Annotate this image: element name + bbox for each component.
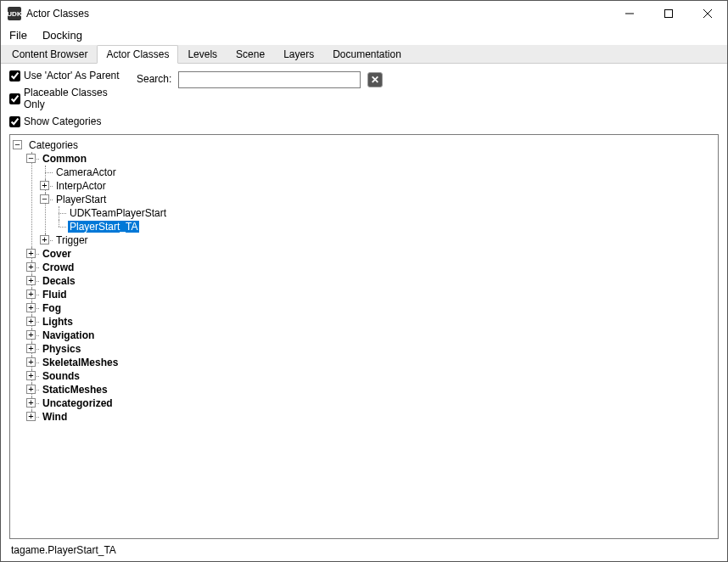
tree-node-player-start-ta[interactable]: PlayerStart_TA	[68, 221, 139, 233]
status-bar: tagame.PlayerStart_TA	[9, 539, 719, 558]
app-icon: UDK	[8, 7, 21, 20]
tree-node-lights[interactable]: Lights	[41, 316, 75, 328]
toggle-crowd[interactable]: +	[26, 262, 36, 272]
search-label: Search:	[137, 71, 171, 85]
tab-documentation[interactable]: Documentation	[323, 45, 411, 64]
tree-node-camera-actor[interactable]: CameraActor	[54, 166, 118, 178]
title-bar: UDK Actor Classes	[1, 1, 727, 26]
maximize-button[interactable]	[649, 1, 688, 26]
toggle-uncategorized[interactable]: +	[26, 398, 36, 407]
tab-scene[interactable]: Scene	[227, 45, 274, 64]
placeable-classes-only-checkbox[interactable]: Placeable Classes Only	[9, 87, 128, 110]
toggle-decals[interactable]: +	[26, 276, 36, 285]
toggle-physics[interactable]: +	[26, 344, 36, 353]
tree-node-physics[interactable]: Physics	[41, 343, 82, 355]
menu-file[interactable]: File	[6, 27, 31, 43]
tree-node-trigger[interactable]: Trigger	[54, 234, 90, 246]
toggle-static-meshes[interactable]: +	[26, 385, 36, 394]
tab-levels[interactable]: Levels	[178, 45, 227, 64]
toggle-fluid[interactable]: +	[26, 289, 36, 299]
tab-actor-classes[interactable]: Actor Classes	[97, 45, 178, 64]
toggle-lights[interactable]: +	[26, 317, 36, 326]
tree-node-fog[interactable]: Fog	[41, 302, 63, 314]
toggle-skeletal-meshes[interactable]: +	[26, 357, 36, 367]
tab-content-browser[interactable]: Content Browser	[3, 45, 97, 64]
tree-node-categories[interactable]: Categories	[27, 139, 80, 151]
tree-node-udk-team-player-start[interactable]: UDKTeamPlayerStart	[68, 207, 168, 219]
tree-node-player-start[interactable]: PlayerStart	[54, 194, 108, 205]
tree-node-uncategorized[interactable]: Uncategorized	[41, 397, 115, 409]
window-title: Actor Classes	[26, 8, 89, 20]
close-icon	[703, 9, 712, 18]
tab-layers[interactable]: Layers	[274, 45, 323, 64]
tab-bar: Content Browser Actor Classes Levels Sce…	[1, 45, 727, 64]
toggle-fog[interactable]: +	[26, 303, 36, 312]
tree-node-skeletal-meshes[interactable]: SkeletalMeshes	[41, 357, 120, 368]
tree-node-interp-actor[interactable]: InterpActor	[54, 180, 108, 192]
tree-node-decals[interactable]: Decals	[41, 275, 77, 287]
tree-node-cover[interactable]: Cover	[41, 248, 73, 260]
maximize-icon	[664, 9, 673, 18]
menu-docking[interactable]: Docking	[39, 27, 86, 43]
tree-node-fluid[interactable]: Fluid	[41, 289, 69, 301]
tree-node-sounds[interactable]: Sounds	[41, 370, 81, 382]
toggle-common[interactable]: −	[26, 154, 36, 163]
show-categories-label: Show Categories	[24, 115, 101, 127]
svg-rect-1	[665, 10, 673, 18]
toggle-navigation[interactable]: +	[26, 330, 36, 340]
toggle-wind[interactable]: +	[26, 412, 36, 421]
search-input[interactable]	[178, 71, 361, 88]
class-tree[interactable]: − Categories − Common CameraActor +	[9, 134, 719, 539]
tree-node-navigation[interactable]: Navigation	[41, 329, 96, 341]
toggle-trigger[interactable]: +	[40, 235, 49, 244]
toggle-player-start[interactable]: −	[40, 194, 49, 204]
placeable-classes-only-label: Placeable Classes Only	[24, 87, 128, 110]
tree-node-crowd[interactable]: Crowd	[41, 261, 76, 273]
show-categories-checkbox[interactable]: Show Categories	[9, 115, 128, 127]
tree-node-static-meshes[interactable]: StaticMeshes	[41, 384, 109, 396]
menu-bar: File Docking	[1, 26, 727, 45]
minimize-icon	[625, 9, 634, 18]
use-actor-as-parent-label: Use 'Actor' As Parent	[24, 70, 120, 81]
toggle-cover[interactable]: +	[26, 249, 36, 258]
clear-icon: ✕	[371, 74, 379, 86]
tree-node-common[interactable]: Common	[41, 153, 88, 165]
clear-search-button[interactable]: ✕	[367, 72, 383, 87]
toggle-categories[interactable]: −	[13, 140, 22, 149]
toggle-sounds[interactable]: +	[26, 371, 36, 380]
minimize-button[interactable]	[610, 1, 649, 26]
use-actor-as-parent-checkbox[interactable]: Use 'Actor' As Parent	[9, 70, 128, 81]
toggle-interp-actor[interactable]: +	[40, 181, 49, 190]
tree-node-wind[interactable]: Wind	[41, 411, 69, 423]
close-button[interactable]	[688, 1, 727, 26]
